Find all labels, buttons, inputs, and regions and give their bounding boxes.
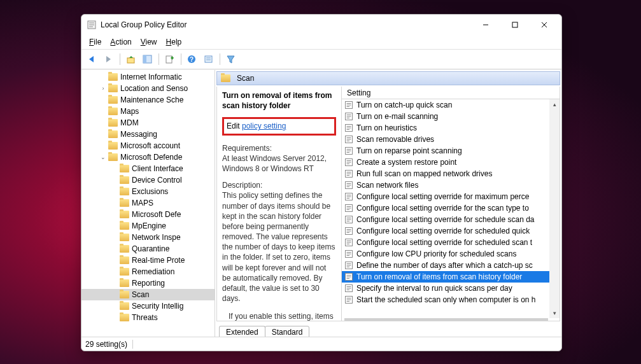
filter-button[interactable]	[224, 52, 238, 66]
policy-icon	[344, 295, 353, 304]
tree-item-label: Security Intellig	[132, 302, 183, 311]
pane-header-title: Scan	[237, 74, 254, 83]
tab-standard[interactable]: Standard	[265, 326, 310, 337]
menu-file[interactable]: File	[85, 36, 105, 48]
tree-item[interactable]: ⌄Microsoft Defende	[81, 151, 215, 163]
setting-row[interactable]: Specify the interval to run quick scans …	[342, 283, 560, 294]
setting-row[interactable]: Configure low CPU priority for scheduled…	[342, 248, 560, 260]
policy-icon	[344, 204, 353, 213]
tree-item[interactable]: Maps	[81, 106, 215, 117]
horizontal-scrollbar[interactable]	[344, 318, 548, 321]
chevron-right-icon[interactable]: ›	[99, 85, 107, 92]
column-header-setting[interactable]: Setting	[342, 87, 560, 99]
navigation-tree[interactable]: Internet Informatic›Location and SensoMa…	[81, 70, 215, 337]
setting-row[interactable]: Configure local setting override for the…	[342, 202, 560, 214]
folder-icon	[120, 199, 129, 207]
tab-extended[interactable]: Extended	[219, 326, 265, 337]
expander-placeholder	[111, 302, 118, 310]
setting-row[interactable]: Turn on reparse point scanning	[342, 145, 560, 157]
tree-item[interactable]: Threats	[81, 312, 215, 323]
tree-item-label: Client Interface	[132, 164, 183, 173]
show-hide-tree-button[interactable]	[141, 52, 155, 66]
tree-item[interactable]: Device Control	[81, 174, 215, 186]
tree-item-label: Remediation	[132, 267, 174, 276]
menu-action[interactable]: Action	[106, 36, 135, 48]
setting-label: Turn on e-mail scanning	[356, 112, 438, 121]
tree-item[interactable]: Real-time Prote	[81, 255, 215, 266]
tree-item[interactable]: Network Inspe	[81, 232, 215, 243]
tree-item[interactable]: Internet Informatic	[81, 71, 215, 83]
setting-row[interactable]: Run full scan on mapped network drives	[342, 168, 560, 179]
up-button[interactable]	[124, 52, 138, 66]
export-button[interactable]	[163, 52, 177, 66]
details-pane: Scan Turn on removal of items from scan …	[215, 70, 561, 337]
tree-item-label: Maintenance Sche	[120, 95, 183, 104]
setting-row[interactable]: Turn on e-mail scanning	[342, 111, 560, 122]
tree-item[interactable]: Security Intellig	[81, 300, 215, 312]
tree-item[interactable]: Maintenance Sche	[81, 94, 215, 106]
menu-view[interactable]: View	[137, 36, 161, 48]
setting-row[interactable]: Configure local setting override for sch…	[342, 237, 560, 248]
minimize-button[interactable]	[471, 15, 500, 34]
setting-row[interactable]: Create a system restore point	[342, 157, 560, 168]
tree-item-label: Scan	[132, 290, 149, 299]
tree-item[interactable]: Quarantine	[81, 243, 215, 255]
setting-row[interactable]: Start the scheduled scan only when compu…	[342, 294, 560, 305]
setting-row[interactable]: Scan network files	[342, 179, 560, 191]
setting-row[interactable]: Scan removable drives	[342, 134, 560, 145]
tree-item[interactable]: Microsoft account	[81, 140, 215, 151]
setting-row[interactable]: Turn on heuristics	[342, 122, 560, 134]
tree-item-label: MDM	[120, 118, 139, 127]
setting-row[interactable]: Configure local setting override for sch…	[342, 214, 560, 225]
tree-item-label: Exclusions	[132, 187, 168, 196]
expander-placeholder	[111, 211, 118, 218]
chevron-down-icon[interactable]: ⌄	[99, 153, 107, 161]
setting-row[interactable]: Configure local setting override for max…	[342, 191, 560, 202]
setting-label: Configure local setting override for max…	[356, 192, 529, 201]
maximize-button[interactable]	[500, 15, 530, 34]
folder-icon	[108, 73, 118, 81]
vertical-scrollbar[interactable]: ▴ ▾	[549, 99, 560, 318]
close-button[interactable]	[530, 15, 559, 34]
tree-item[interactable]: Scan	[81, 289, 215, 300]
tree-item[interactable]: MpEngine	[81, 220, 215, 232]
tree-item[interactable]: Remediation	[81, 266, 215, 277]
tree-item[interactable]: Exclusions	[81, 186, 215, 197]
folder-icon	[108, 130, 118, 138]
tree-item[interactable]: ›Location and Senso	[81, 83, 215, 94]
setting-row[interactable]: Define the number of days after which a …	[342, 260, 560, 271]
expander-placeholder	[111, 222, 118, 230]
expander-placeholder	[111, 314, 118, 321]
edit-policy-link[interactable]: policy setting	[242, 122, 286, 130]
tree-item-label: MAPS	[132, 199, 153, 207]
svg-rect-10	[143, 55, 146, 63]
svg-text:?: ?	[190, 56, 194, 63]
back-button[interactable]	[85, 52, 99, 66]
tree-item-label: Reporting	[132, 279, 165, 288]
properties-button[interactable]	[202, 52, 216, 66]
settings-list[interactable]: Turn on catch-up quick scanTurn on e-mai…	[342, 99, 560, 318]
policy-icon	[344, 169, 353, 178]
setting-label: Run full scan on mapped network drives	[356, 169, 492, 178]
scroll-up-icon[interactable]: ▴	[549, 99, 560, 109]
app-window: Local Group Policy Editor File Action Vi…	[81, 14, 562, 351]
tree-item[interactable]: Microsoft Defe	[81, 209, 215, 220]
tree-item[interactable]: Messaging	[81, 129, 215, 140]
setting-label: Configure local setting override for sch…	[356, 238, 532, 247]
menu-help[interactable]: Help	[162, 36, 186, 48]
folder-icon	[221, 74, 230, 82]
tree-item[interactable]: Reporting	[81, 277, 215, 289]
expander-placeholder	[111, 165, 118, 172]
tree-item[interactable]: MDM	[81, 117, 215, 129]
setting-row[interactable]: Turn on removal of items from scan histo…	[342, 271, 560, 283]
setting-row[interactable]: Configure local setting override for sch…	[342, 225, 560, 237]
tree-item[interactable]: MAPS	[81, 197, 215, 209]
tree-item[interactable]: Client Interface	[81, 163, 215, 174]
forward-button[interactable]	[102, 52, 116, 66]
help-button[interactable]: ?	[185, 52, 199, 66]
setting-row[interactable]: Turn on catch-up quick scan	[342, 99, 560, 111]
policy-icon	[344, 146, 353, 155]
scroll-down-icon[interactable]: ▾	[549, 308, 560, 318]
setting-title: Turn on removal of items from scan histo…	[222, 90, 336, 111]
setting-label: Start the scheduled scan only when compu…	[356, 295, 536, 304]
